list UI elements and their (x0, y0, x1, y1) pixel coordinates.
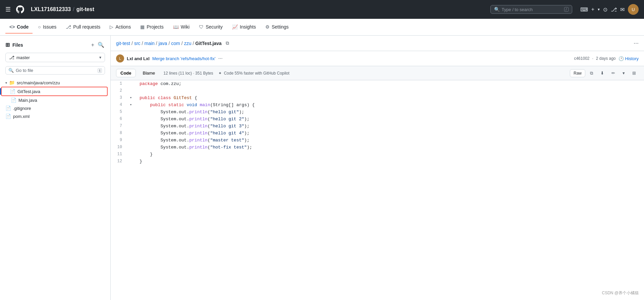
code-line-3: 3 ▾ public class GitTest { (111, 94, 644, 101)
security-nav-icon: 🛡 (199, 24, 204, 30)
commit-info-bar: L Lxl and Lxl Merge branch 'refs/heads/h… (111, 51, 644, 66)
nav-item-projects[interactable]: ▦ Projects (136, 21, 168, 34)
folder-icon: 📁 (9, 80, 15, 85)
main-layout: ⊞ Files + 🔍 ⎇ master ▾ 🔍 t ▾ 📁 src/main/… (0, 36, 644, 300)
search-input[interactable] (502, 7, 562, 12)
history-button[interactable]: 🕐 History (619, 56, 639, 61)
tree-file-gitignore[interactable]: 📄 .gitignore (0, 104, 110, 112)
commit-message[interactable]: Merge branch 'refs/heads/hot-fix' (152, 56, 216, 61)
pulls-icon[interactable]: ⎇ (611, 6, 617, 13)
tree-file-main[interactable]: 📄 Main.java (0, 96, 110, 104)
copilot-badge: ✦ Code 55% faster with GitHub Copilot (218, 71, 289, 76)
add-file-button[interactable]: + (91, 41, 95, 49)
sep-6: / (193, 41, 194, 46)
more-options-button[interactable]: ··· (634, 40, 639, 47)
copy-raw-button[interactable]: ⧉ (587, 69, 596, 77)
issues-icon[interactable]: ⊙ (603, 6, 607, 13)
nav-label-security: Security (206, 24, 223, 30)
chevron-down-icon[interactable]: ▾ (598, 7, 600, 12)
global-search[interactable]: 🔍 / (490, 5, 572, 14)
tree-dir-src[interactable]: ▾ 📁 src/main/java/com/zzu (0, 79, 110, 87)
file-icon: 📄 (11, 97, 16, 103)
line-expand-1 (127, 80, 134, 87)
commit-time-text: 2 days ago (596, 56, 616, 61)
breadcrumb-java[interactable]: java (159, 41, 167, 46)
file-sidebar: ⊞ Files + 🔍 ⎇ master ▾ 🔍 t ▾ 📁 src/main/… (0, 36, 111, 300)
line-num-1: 1 (111, 80, 127, 87)
tree-file-gittest[interactable]: 📄 GitTest.java (1, 87, 108, 96)
edit-button[interactable]: ✏ (609, 69, 618, 77)
raw-button[interactable]: Raw (570, 69, 585, 77)
edit-dropdown-button[interactable]: ▾ (620, 69, 628, 77)
repo-breadcrumb: LXL1716812333 / git-test (31, 6, 94, 12)
code-line-10: 10 System.out.println("hot-fix test"); (111, 144, 644, 151)
branch-selector[interactable]: ⎇ master ▾ (5, 53, 105, 62)
line-num-11: 11 (111, 151, 127, 158)
breadcrumb-src[interactable]: src (134, 41, 141, 46)
line-content-12: } (134, 158, 148, 165)
sep-4: / (168, 41, 170, 46)
top-nav: ☰ LXL1716812333 / git-test 🔍 / ⌨ + ▾ ⊙ ⎇… (0, 0, 644, 19)
commit-authors: Lxl and Lxl (127, 56, 150, 61)
line-expand-4[interactable]: ▾ (127, 101, 134, 109)
breadcrumb-repo[interactable]: git-test (116, 41, 130, 46)
line-num-9: 9 (111, 137, 127, 144)
breadcrumb-main[interactable]: main (144, 41, 154, 46)
tree-file-pom[interactable]: 📄 pom.xml (0, 112, 110, 120)
file-name-pom: pom.xml (13, 114, 30, 119)
chevron-down-icon: ▾ (5, 81, 7, 85)
line-content-9: System.out.println("master test"); (134, 137, 255, 144)
blame-tab-button[interactable]: Blame (139, 69, 160, 77)
goto-search-icon: 🔍 (8, 68, 14, 73)
commit-ellipsis-button[interactable]: ··· (218, 55, 222, 61)
line-expand-2 (127, 87, 134, 94)
nav-item-issues[interactable]: ○ Issues (34, 21, 60, 34)
nav-item-insights[interactable]: 📈 Insights (228, 21, 260, 34)
line-content-1: package com.zzu; (134, 80, 187, 87)
code-view: 1 package com.zzu; 2 3 ▾ public class Gi… (111, 80, 644, 165)
active-file-row[interactable]: 📄 GitTest.java (0, 87, 110, 96)
file-name-gitignore: .gitignore (13, 106, 31, 111)
nav-item-pulls[interactable]: ⎇ Pull requests (62, 21, 104, 34)
nav-item-wiki[interactable]: 📖 Wiki (169, 21, 194, 34)
line-expand-12 (127, 158, 134, 165)
line-num-10: 10 (111, 144, 127, 151)
repo-name[interactable]: git-test (76, 6, 94, 12)
breadcrumb-sep: / (73, 6, 74, 12)
breadcrumb-com[interactable]: com (171, 41, 180, 46)
code-tab-button[interactable]: Code (116, 69, 136, 77)
plus-icon[interactable]: + (591, 6, 594, 12)
code-line-6: 6 System.out.println("hello git 2"); (111, 116, 644, 123)
avatar[interactable]: U (628, 4, 639, 15)
nav-item-settings[interactable]: ⚙ Settings (261, 21, 293, 34)
breadcrumb-zzu[interactable]: zzu (184, 41, 192, 46)
goto-kbd: t (98, 68, 102, 73)
line-content-3: public class GitTest { (134, 94, 203, 101)
wiki-nav-icon: 📖 (173, 24, 179, 30)
inbox-icon[interactable]: ✉ (620, 6, 625, 13)
line-num-4: 4 (111, 101, 127, 109)
repo-owner[interactable]: LXL1716812333 (31, 6, 71, 12)
code-line-4: 4 ▾ public static void main(String[] arg… (111, 101, 644, 109)
search-files-button[interactable]: 🔍 (97, 41, 105, 49)
download-button[interactable]: ⬇ (598, 69, 607, 77)
code-line-7: 7 System.out.println("hello git 3"); (111, 123, 644, 130)
sep-2: / (142, 41, 143, 46)
nav-item-actions[interactable]: ▷ Actions (106, 21, 135, 34)
more-file-options-button[interactable]: ⊞ (630, 69, 639, 77)
goto-file-input[interactable] (16, 68, 96, 73)
nav-item-security[interactable]: 🛡 Security (195, 21, 227, 34)
hamburger-icon[interactable]: ☰ (5, 6, 11, 13)
line-expand-8 (127, 130, 134, 137)
files-panel-icon: ⊞ (5, 42, 10, 48)
line-expand-3[interactable]: ▾ (127, 94, 134, 101)
terminal-icon[interactable]: ⌨ (580, 6, 588, 13)
commit-hash: c461002 (574, 56, 589, 61)
copy-path-button[interactable]: ⧉ (226, 40, 229, 46)
nav-label-insights: Insights (240, 24, 256, 30)
line-num-7: 7 (111, 123, 127, 130)
line-content-11: } (134, 151, 158, 158)
nav-item-code[interactable]: <> Code (5, 21, 33, 34)
sidebar-header: ⊞ Files + 🔍 (0, 41, 110, 53)
code-line-2: 2 (111, 87, 644, 94)
